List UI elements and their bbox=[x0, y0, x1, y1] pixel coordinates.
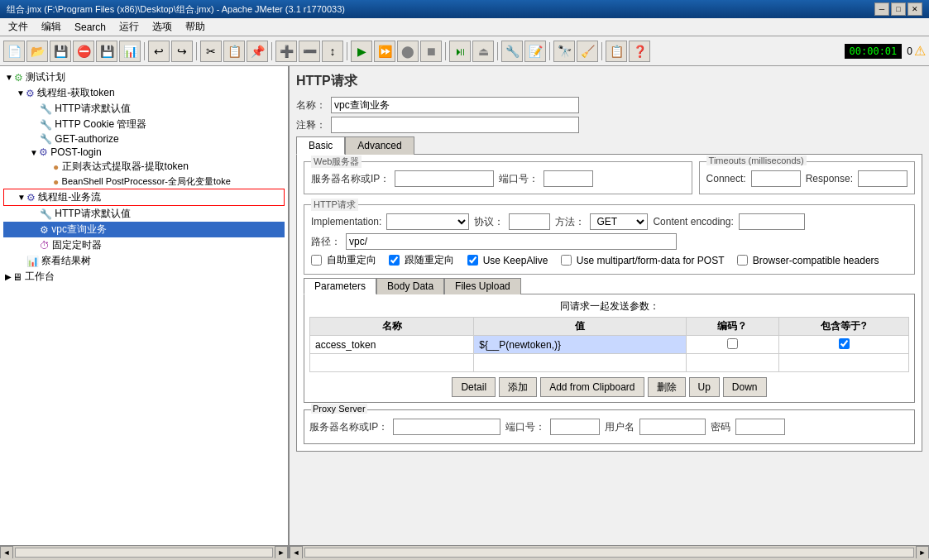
add-button[interactable]: 添加 bbox=[499, 377, 537, 397]
tree-item-beanshell1[interactable]: ● BeanShell PostProcessor-全局化变量toke bbox=[3, 175, 285, 189]
menu-file[interactable]: 文件 bbox=[3, 18, 33, 36]
tree-item-vpcquery[interactable]: ⚙ vpc查询业务 bbox=[3, 222, 285, 237]
inner-tab-filesupload[interactable]: Files Upload bbox=[444, 278, 521, 294]
tree-item-postlogin[interactable]: ▼ ⚙ POST-login bbox=[3, 146, 285, 159]
include-checkbox[interactable] bbox=[839, 338, 850, 349]
multipart-checkbox[interactable] bbox=[561, 255, 572, 266]
param-value-cell[interactable]: ${__P(newtoken,)} bbox=[474, 336, 686, 354]
start-button[interactable]: ▶ bbox=[351, 41, 372, 62]
connect-input[interactable] bbox=[751, 170, 801, 187]
browser-compat-checkbox[interactable] bbox=[737, 255, 748, 266]
method-select[interactable]: GET POST PUT DELETE bbox=[590, 213, 648, 230]
expand-workbench[interactable]: ▶ bbox=[5, 272, 12, 281]
right-h-scrollbar[interactable] bbox=[304, 548, 914, 558]
encoding-input[interactable] bbox=[739, 213, 805, 230]
menu-run[interactable]: 运行 bbox=[114, 18, 144, 36]
menu-search[interactable]: Search bbox=[69, 20, 111, 35]
undo-button[interactable]: ↩ bbox=[148, 41, 170, 62]
close-button[interactable]: ✕ bbox=[907, 2, 922, 16]
up-button[interactable]: Up bbox=[689, 377, 720, 397]
timeout-row: Connect: Response: bbox=[706, 170, 907, 187]
left-scroll-btn[interactable]: ◄ bbox=[0, 546, 13, 559]
detail-button[interactable]: Detail bbox=[452, 377, 496, 397]
new-button[interactable]: 📄 bbox=[3, 41, 25, 62]
tab-basic[interactable]: Basic bbox=[296, 136, 345, 155]
add-clipboard-button[interactable]: Add from Clipboard bbox=[540, 377, 644, 397]
menu-help[interactable]: 帮助 bbox=[180, 18, 210, 36]
remote-start-button[interactable]: ⏯ bbox=[449, 41, 471, 62]
params-table: 名称 值 编码？ 包含等于? access_token ${__P(newtok… bbox=[309, 317, 909, 372]
toggle-button[interactable]: ↕ bbox=[322, 41, 343, 62]
keepalive-checkbox[interactable] bbox=[467, 255, 478, 266]
proxy-port-input[interactable] bbox=[550, 419, 600, 435]
copy-button[interactable]: 📋 bbox=[223, 41, 245, 62]
tree-item-regex1[interactable]: ● 正则表达式提取器-提取token bbox=[3, 159, 285, 175]
stop-button[interactable]: ⛔ bbox=[73, 41, 94, 62]
paste-button[interactable]: 📌 bbox=[247, 41, 268, 62]
impl-select[interactable] bbox=[386, 213, 469, 230]
collapse-button[interactable]: ➖ bbox=[299, 41, 320, 62]
tab-advanced[interactable]: Advanced bbox=[345, 136, 414, 155]
expand-postlogin[interactable]: ▼ bbox=[30, 148, 38, 157]
expand-tg1[interactable]: ▼ bbox=[17, 89, 25, 98]
stop-run-button[interactable]: ⬤ bbox=[397, 41, 419, 62]
function-button[interactable]: 🔧 bbox=[501, 41, 523, 62]
tree-item-workbench[interactable]: ▶ 🖥 工作台 bbox=[3, 269, 285, 285]
template-button[interactable]: 📝 bbox=[524, 41, 546, 62]
tree-item-threadgroup2[interactable]: ▼ ⚙ 线程组-业务流 bbox=[3, 189, 285, 206]
binoculars-button[interactable]: 🔭 bbox=[553, 41, 575, 62]
open-button[interactable]: 📂 bbox=[26, 41, 48, 62]
proxy-user-input[interactable] bbox=[639, 419, 706, 435]
question-button[interactable]: ❓ bbox=[629, 41, 650, 62]
left-h-scrollbar[interactable] bbox=[15, 548, 273, 558]
regex1-label: 正则表达式提取器-提取token bbox=[62, 160, 189, 174]
right-left-scroll-btn[interactable]: ◄ bbox=[290, 546, 303, 559]
name-input[interactable] bbox=[331, 97, 579, 113]
vpcquery-icon: ⚙ bbox=[40, 224, 49, 236]
save-button[interactable]: 💾 bbox=[96, 41, 117, 62]
path-input[interactable] bbox=[346, 233, 677, 250]
shutdown-button[interactable]: ⏹ bbox=[420, 41, 442, 62]
tree-item-httpdefault2[interactable]: 🔧 HTTP请求默认值 bbox=[3, 206, 285, 222]
tree-item-testplan[interactable]: ▼ ⚙ 测试计划 bbox=[3, 69, 285, 85]
inner-tab-parameters[interactable]: Parameters bbox=[304, 278, 376, 294]
inner-tab-bodydata[interactable]: Body Data bbox=[376, 278, 444, 294]
menu-edit[interactable]: 编辑 bbox=[36, 18, 66, 36]
list-button[interactable]: 📋 bbox=[606, 41, 627, 62]
follow-redirect-checkbox[interactable] bbox=[389, 255, 400, 266]
tree-item-cookiemgr[interactable]: 🔧 HTTP Cookie 管理器 bbox=[3, 117, 285, 132]
right-scroll-btn[interactable]: ► bbox=[275, 546, 288, 559]
start-no-pause-button[interactable]: ⏩ bbox=[374, 41, 395, 62]
tree-item-getauth[interactable]: 🔧 GET-authorize bbox=[3, 132, 285, 146]
cut-button[interactable]: ✂ bbox=[200, 41, 222, 62]
broom-button[interactable]: 🧹 bbox=[577, 41, 598, 62]
menu-options[interactable]: 选项 bbox=[147, 18, 177, 36]
save-as-button[interactable]: 💾 bbox=[50, 41, 71, 62]
report-button[interactable]: 📊 bbox=[119, 41, 141, 62]
redo-button[interactable]: ↪ bbox=[171, 41, 193, 62]
encoded-checkbox[interactable] bbox=[727, 338, 738, 349]
proxy-server-input[interactable] bbox=[393, 419, 500, 435]
toolbar: 📄 📂 💾 ⛔ 💾 📊 ↩ ↪ ✂ 📋 📌 ➕ ➖ ↕ ▶ ⏩ ⬤ ⏹ ⏯ ⏏ … bbox=[0, 36, 929, 66]
auto-redirect-checkbox[interactable] bbox=[311, 255, 322, 266]
tree-item-httpdefault1[interactable]: 🔧 HTTP请求默认值 bbox=[3, 101, 285, 117]
maximize-button[interactable]: □ bbox=[891, 2, 906, 16]
minimize-button[interactable]: ─ bbox=[874, 2, 889, 16]
delete-button[interactable]: 删除 bbox=[648, 377, 686, 397]
tree-item-resulttree[interactable]: 📊 察看结果树 bbox=[3, 253, 285, 269]
expand-tg2[interactable]: ▼ bbox=[17, 193, 26, 202]
right-right-scroll-btn[interactable]: ► bbox=[916, 546, 929, 559]
port-input[interactable] bbox=[544, 170, 593, 187]
expand-button[interactable]: ➕ bbox=[275, 41, 297, 62]
down-button[interactable]: Down bbox=[723, 377, 767, 397]
protocol-input[interactable] bbox=[509, 213, 550, 230]
server-input[interactable] bbox=[395, 170, 494, 187]
response-input[interactable] bbox=[858, 170, 907, 187]
tree-item-threadgroup1[interactable]: ▼ ⚙ 线程组-获取token bbox=[3, 85, 285, 101]
comment-input[interactable] bbox=[331, 117, 579, 133]
proxy-pass-input[interactable] bbox=[735, 419, 785, 435]
remote-stop-button[interactable]: ⏏ bbox=[472, 41, 494, 62]
tree-item-timer1[interactable]: ⏱ 固定定时器 bbox=[3, 237, 285, 253]
proxy-pass-label: 密码 bbox=[711, 420, 730, 434]
expand-testplan[interactable]: ▼ bbox=[5, 73, 13, 82]
